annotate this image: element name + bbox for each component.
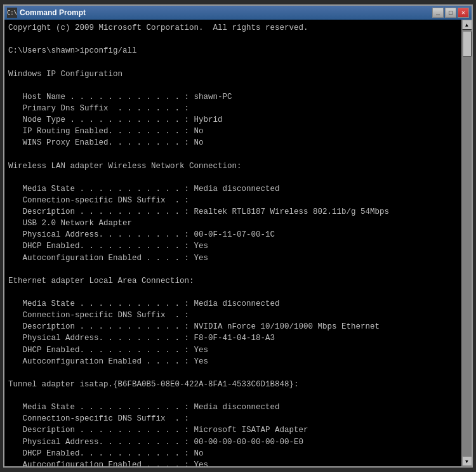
window-icon: C:\: [7, 8, 17, 18]
titlebar: C:\ Command Prompt _ □ ✕: [4, 6, 472, 20]
window-title: Command Prompt: [20, 8, 86, 17]
titlebar-buttons: _ □ ✕: [432, 8, 469, 18]
command-prompt-window: C:\ Command Prompt _ □ ✕ Copyright (c) 2…: [3, 4, 473, 468]
scrollbar[interactable]: ▲ ▼: [461, 20, 472, 466]
scroll-up-button[interactable]: ▲: [462, 20, 472, 30]
titlebar-left: C:\ Command Prompt: [7, 8, 86, 18]
close-button[interactable]: ✕: [458, 8, 469, 18]
scroll-down-button[interactable]: ▼: [462, 456, 472, 466]
content-area: Copyright (c) 2009 Microsoft Corporation…: [4, 20, 472, 466]
minimize-button[interactable]: _: [432, 8, 444, 18]
scroll-thumb[interactable]: [463, 31, 472, 56]
terminal-output[interactable]: Copyright (c) 2009 Microsoft Corporation…: [4, 20, 461, 466]
maximize-button[interactable]: □: [445, 8, 456, 18]
scroll-track: [462, 30, 472, 456]
